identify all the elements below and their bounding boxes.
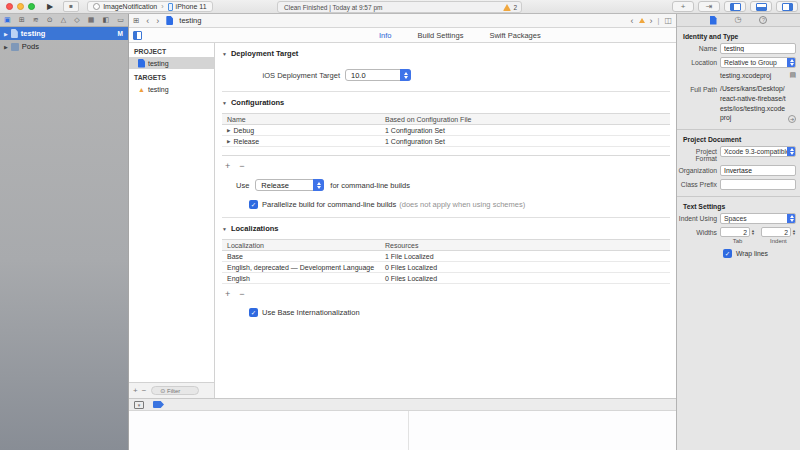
target-item-label: testing: [148, 86, 169, 93]
editor-arrangement-button[interactable]: ⇥: [698, 1, 720, 12]
add-editor-icon[interactable]: ◫: [664, 16, 672, 25]
class-prefix-field[interactable]: [720, 179, 796, 190]
toggle-navigator-button[interactable]: [724, 1, 746, 12]
localization-name: English: [222, 275, 381, 282]
related-items-icon[interactable]: ⊞: [133, 16, 139, 25]
disclosure-icon[interactable]: ▼: [222, 226, 227, 232]
disclosure-icon[interactable]: ▶: [4, 44, 8, 50]
wrap-lines-label: Wrap lines: [736, 250, 768, 257]
section-localizations[interactable]: ▼ Localizations: [222, 224, 670, 233]
section-divider: [222, 91, 670, 92]
target-item-testing[interactable]: ▲ testing: [129, 83, 214, 95]
section-divider: [222, 217, 670, 218]
config-value: 1 Configuration Set: [381, 138, 670, 145]
library-add-button[interactable]: +: [672, 1, 694, 12]
tab-build-settings[interactable]: Build Settings: [418, 31, 464, 40]
warning-counter[interactable]: 2: [503, 4, 517, 11]
inspector-panel: ◷ ? Identity and Type Name Location Rela…: [676, 14, 800, 450]
section-deployment-target[interactable]: ▼ Deployment Target: [222, 49, 670, 58]
parallelize-checkbox[interactable]: ✓: [249, 200, 258, 209]
add-target-button[interactable]: +: [133, 386, 138, 395]
navigator-item-pods[interactable]: ▶ Pods: [0, 40, 128, 53]
disclosure-icon[interactable]: ▶: [227, 139, 230, 144]
find-navigator-icon[interactable]: ⊙: [47, 16, 53, 24]
base-internationalization-checkbox[interactable]: ✓: [249, 308, 258, 317]
navigator-item-testing[interactable]: ▶ testing M: [0, 27, 128, 40]
quick-help-icon[interactable]: ?: [759, 16, 767, 24]
breakpoint-navigator-icon[interactable]: ◧: [103, 16, 110, 24]
add-configuration-button[interactable]: +: [225, 161, 230, 171]
test-navigator-icon[interactable]: ◇: [74, 16, 79, 24]
breakpoints-toggle-icon[interactable]: [153, 401, 164, 408]
indent-using-popup[interactable]: Spaces: [720, 213, 796, 224]
tab-width-stepper[interactable]: ▲▼: [751, 229, 755, 236]
section-configurations[interactable]: ▼ Configurations: [222, 98, 670, 107]
panel-filter-bar: + −: [129, 382, 215, 398]
table-row[interactable]: English 0 Files Localized: [222, 273, 670, 284]
project-file-name: testing.xcodeproj: [720, 71, 787, 81]
run-button[interactable]: ▶: [47, 2, 53, 11]
debug-console[interactable]: [129, 411, 676, 450]
toolbar: ▶ ■ ImageNotification › iPhone 11 Clean …: [0, 0, 800, 14]
tab-width-field[interactable]: 2: [720, 227, 750, 237]
zoom-window-button[interactable]: [28, 3, 35, 10]
tab-info[interactable]: Info: [379, 31, 392, 40]
folder-icon[interactable]: ▤: [789, 71, 796, 79]
add-localization-button[interactable]: +: [225, 289, 230, 299]
section-title: Deployment Target: [231, 49, 298, 58]
issue-navigator-icon[interactable]: △: [61, 16, 66, 24]
history-inspector-icon[interactable]: ◷: [735, 16, 742, 24]
toggle-projects-list-icon[interactable]: [133, 31, 142, 40]
table-row[interactable]: Base 1 File Localized: [222, 251, 670, 262]
symbol-navigator-icon[interactable]: ≋: [33, 16, 39, 24]
indent-width-field[interactable]: 2: [761, 227, 791, 237]
widths-label: Widths: [677, 227, 717, 236]
jump-bar-file[interactable]: testing: [179, 16, 201, 25]
stop-button[interactable]: ■: [63, 1, 79, 12]
back-button[interactable]: ‹: [146, 16, 149, 26]
toggle-inspector-button[interactable]: [776, 1, 798, 12]
file-inspector-icon[interactable]: [710, 16, 717, 25]
minimize-window-button[interactable]: [17, 3, 24, 10]
scheme-selector[interactable]: ImageNotification › iPhone 11: [87, 1, 212, 12]
command-line-config-popup[interactable]: Release: [255, 179, 324, 191]
wrap-lines-checkbox[interactable]: ✓: [723, 249, 732, 258]
remove-configuration-button[interactable]: −: [239, 161, 244, 171]
project-item-testing[interactable]: testing: [129, 57, 214, 69]
table-row[interactable]: ▶Release 1 Configuration Set: [222, 136, 670, 147]
location-popup[interactable]: Relative to Group: [720, 57, 796, 68]
project-format-popup[interactable]: Xcode 9.3-compatible: [720, 146, 796, 157]
disclosure-icon[interactable]: ▼: [222, 51, 227, 57]
organization-field[interactable]: [720, 165, 796, 176]
toggle-debug-area-button[interactable]: [750, 1, 772, 12]
column-localization: Localization: [222, 242, 381, 249]
table-row[interactable]: ▶Debug 1 Configuration Set: [222, 125, 670, 136]
hide-debug-area-icon[interactable]: ▾: [134, 401, 144, 409]
filter-input[interactable]: [151, 386, 199, 395]
project-file-icon: [138, 59, 145, 68]
debug-navigator-icon[interactable]: ▦: [88, 16, 95, 24]
remove-target-button[interactable]: −: [142, 386, 147, 395]
previous-issue-button[interactable]: ‹: [631, 16, 634, 26]
table-row[interactable]: English, deprecated — Development Langua…: [222, 262, 670, 273]
open-in-finder-icon[interactable]: ➔: [788, 115, 796, 123]
project-navigator-icon[interactable]: ▣: [4, 16, 11, 24]
report-navigator-icon[interactable]: ▭: [117, 16, 124, 24]
activity-viewer[interactable]: Clean Finished | Today at 9:57 pm 2: [277, 1, 522, 13]
tab-swift-packages[interactable]: Swift Packages: [489, 31, 540, 40]
source-control-navigator-icon[interactable]: ⊞: [19, 16, 25, 24]
disclosure-icon[interactable]: ▶: [4, 31, 8, 37]
ios-deployment-target-popup[interactable]: 10.0: [345, 69, 411, 81]
indent-width-stepper[interactable]: ▲▼: [792, 229, 796, 236]
localization-resources: 1 File Localized: [381, 253, 670, 260]
console-divider[interactable]: [408, 411, 409, 450]
next-issue-button[interactable]: ›: [650, 16, 653, 26]
name-field[interactable]: [720, 43, 796, 54]
disclosure-icon[interactable]: ▶: [227, 128, 230, 133]
warning-icon: [639, 18, 645, 23]
forward-button[interactable]: ›: [156, 16, 159, 26]
projects-targets-panel: PROJECT testing TARGETS ▲ testing: [129, 43, 215, 382]
remove-localization-button[interactable]: −: [239, 289, 244, 299]
close-window-button[interactable]: [6, 3, 13, 10]
disclosure-icon[interactable]: ▼: [222, 100, 227, 106]
